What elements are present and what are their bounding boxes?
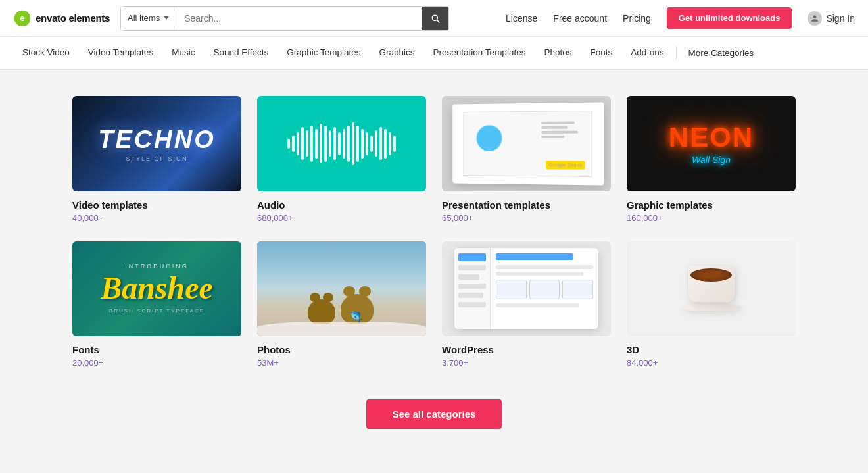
card-count-3d: 84,000+ [627,358,796,368]
wp-sidebar-item [458,293,483,298]
wave-bar [324,126,327,162]
sidebar-item-presentation-templates[interactable]: Presentation Templates [424,37,535,69]
category-card-photos[interactable]: 🐟 Photos 53M+ [257,241,426,368]
bears-scene: 🐟 [257,241,426,337]
cup-body [688,266,735,302]
wave-bar [343,129,345,159]
sidebar-item-music[interactable]: Music [162,37,204,69]
bear-ear-right [323,293,333,302]
card-title-3d: 3D [627,344,796,355]
wp-card [562,280,593,299]
wave-bar [375,130,377,157]
wp-sidebar-item [458,302,486,307]
nav-separator [676,47,677,60]
search-input[interactable] [176,7,422,30]
wp-sidebar-item [458,284,486,289]
pres-bar [541,136,564,138]
sidebar-item-video-templates[interactable]: Video Templates [79,37,162,69]
card-title-fonts: Fonts [72,344,241,355]
wave-bar [379,127,382,160]
sidebar-item-photos[interactable]: Photos [535,37,581,69]
search-dropdown[interactable]: All items [121,7,176,30]
bear2-ear-right [359,286,371,297]
card-title-audio: Audio [257,199,426,211]
audio-waves [287,124,396,163]
category-card-video-templates[interactable]: TECHNO STYLE OF SIGN Video templates 40,… [72,96,241,223]
neon-text: NEON [669,122,754,153]
card-count-wordpress: 3,700+ [442,358,611,368]
logo[interactable]: e envato elements [13,9,110,28]
card-image-photos: 🐟 [257,241,426,337]
wave-bar [292,136,295,152]
card-image-3d [627,241,796,337]
sign-in-label: Sign In [826,13,855,24]
wp-sidebar-item [458,274,479,280]
wp-content-bar [496,303,579,307]
wave-bar [287,139,290,149]
wave-bar [366,132,368,155]
search-button[interactable] [422,7,448,30]
category-card-3d[interactable]: 3D 84,000+ [627,241,796,368]
see-all-container: See all categories [72,399,796,429]
card-image-graphic: NEON Wall Sign [627,96,796,191]
bear-ear-left [310,293,320,302]
see-all-button[interactable]: See all categories [366,399,502,429]
card-count-audio: 680,000+ [257,213,426,223]
wave-bar [329,130,331,157]
card-image-audio [257,96,426,191]
card-count-presentation: 65,000+ [442,213,611,223]
card-count-fonts: 20,000+ [72,358,241,368]
category-card-audio[interactable]: Audio 680,000+ [257,96,426,223]
coffee-cup [682,266,741,311]
category-card-presentation[interactable]: Google Slides Presentation templates 65,… [442,96,611,223]
wave-bar [310,126,313,162]
sidebar-item-add-ons[interactable]: Add-ons [621,37,673,69]
cta-button[interactable]: Get unlimited downloads [667,7,792,29]
cup-coffee [690,268,732,282]
saucer [682,303,741,311]
nav-license[interactable]: License [506,13,537,24]
header-nav: License Free account Pricing Get unlimit… [506,7,855,29]
category-card-wordpress[interactable]: WordPress 3,700+ [442,241,611,368]
card-count-photos: 53M+ [257,358,426,368]
header: e envato elements All items License Free… [0,0,868,37]
card-count-video: 40,000+ [72,213,241,223]
main-content: TECHNO STYLE OF SIGN Video templates 40,… [59,70,809,455]
sidebar-item-graphics[interactable]: Graphics [370,37,424,69]
wave-bar [297,132,299,155]
nav-free-account[interactable]: Free account [553,13,607,24]
pres-badge: Google Slides [546,161,585,170]
wave-bar [338,132,341,155]
card-title-wordpress: WordPress [442,344,611,355]
sidebar-item-stock-video[interactable]: Stock Video [13,37,79,69]
wave-bar [347,126,350,162]
pres-bars [541,122,578,139]
wave-bar [384,129,387,159]
pres-circle [477,125,502,151]
categories-grid: TECHNO STYLE OF SIGN Video templates 40,… [72,96,796,368]
bear-left [308,299,335,324]
wp-sidebar-item [458,265,486,270]
wp-content-bar [496,272,583,276]
sidebar-item-fonts[interactable]: Fonts [581,37,621,69]
category-card-graphic-templates[interactable]: NEON Wall Sign Graphic templates 160,000… [627,96,796,223]
chevron-down-icon [164,16,169,20]
wave-bar [356,126,359,162]
card-count-graphic: 160,000+ [627,213,796,223]
pres-bar [541,122,575,124]
nav-pricing[interactable]: Pricing [623,13,651,24]
card-image-wordpress [442,241,611,337]
sidebar-item-sound-effects[interactable]: Sound Effects [204,37,277,69]
category-card-fonts[interactable]: INTRODUCING Banshee BRUSH SCRIPT TYPEFAC… [72,241,241,368]
wave-bar [389,132,391,155]
sign-in-button[interactable]: Sign In [808,11,855,26]
banshee-text: Banshee [101,272,213,304]
wave-bar [393,136,396,152]
sidebar-item-graphic-templates[interactable]: Graphic Templates [277,37,370,69]
search-icon [430,13,441,24]
wp-content-header [496,253,573,260]
card-title-graphic: Graphic templates [627,199,796,211]
more-categories-button[interactable]: More Categories [679,37,763,69]
water-splash [257,322,426,336]
techno-sub: STYLE OF SIGN [126,155,187,162]
